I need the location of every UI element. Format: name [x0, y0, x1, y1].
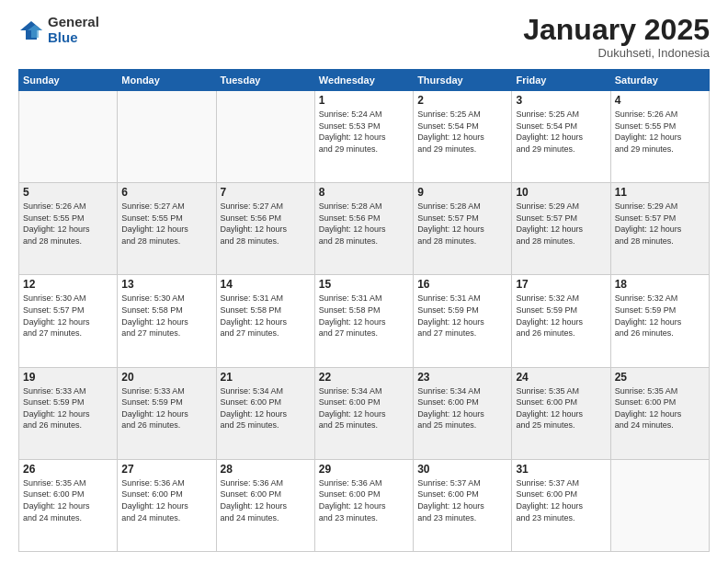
logo-blue-text: Blue: [48, 30, 99, 46]
calendar-cell: 27Sunrise: 5:36 AM Sunset: 6:00 PM Dayli…: [118, 459, 216, 551]
month-title: January 2025: [523, 15, 710, 44]
week-row-3: 19Sunrise: 5:33 AM Sunset: 5:59 PM Dayli…: [19, 367, 710, 459]
calendar-cell: 31Sunrise: 5:37 AM Sunset: 6:00 PM Dayli…: [512, 459, 610, 551]
calendar-cell: 5Sunrise: 5:26 AM Sunset: 5:55 PM Daylig…: [19, 183, 118, 275]
day-info: Sunrise: 5:36 AM Sunset: 6:00 PM Dayligh…: [221, 477, 311, 523]
day-number: 18: [615, 278, 705, 291]
calendar-cell: 24Sunrise: 5:35 AM Sunset: 6:00 PM Dayli…: [512, 367, 610, 459]
day-info: Sunrise: 5:32 AM Sunset: 5:59 PM Dayligh…: [615, 293, 705, 339]
day-number: 7: [221, 186, 311, 199]
day-number: 31: [516, 463, 606, 476]
day-number: 19: [23, 371, 113, 384]
day-info: Sunrise: 5:35 AM Sunset: 6:00 PM Dayligh…: [615, 385, 705, 431]
header-saturday: Saturday: [610, 70, 709, 91]
day-number: 22: [319, 371, 409, 384]
calendar-cell: 19Sunrise: 5:33 AM Sunset: 5:59 PM Dayli…: [19, 367, 118, 459]
day-number: 5: [23, 186, 113, 199]
day-number: 28: [221, 463, 311, 476]
calendar-cell: 29Sunrise: 5:36 AM Sunset: 6:00 PM Dayli…: [314, 459, 413, 551]
header: General Blue January 2025 Dukuhseti, Ind…: [18, 15, 710, 60]
weekday-header-row: Sunday Monday Tuesday Wednesday Thursday…: [19, 70, 710, 91]
day-number: 2: [417, 94, 507, 107]
week-row-0: 1Sunrise: 5:24 AM Sunset: 5:53 PM Daylig…: [19, 91, 710, 183]
day-info: Sunrise: 5:35 AM Sunset: 6:00 PM Dayligh…: [516, 385, 606, 431]
day-number: 21: [221, 371, 311, 384]
calendar-cell: 15Sunrise: 5:31 AM Sunset: 5:58 PM Dayli…: [314, 275, 413, 367]
day-info: Sunrise: 5:34 AM Sunset: 6:00 PM Dayligh…: [319, 385, 409, 431]
calendar-cell: [610, 459, 709, 551]
day-number: 3: [516, 94, 606, 107]
day-info: Sunrise: 5:34 AM Sunset: 6:00 PM Dayligh…: [221, 385, 311, 431]
day-number: 12: [23, 278, 113, 291]
day-number: 30: [417, 463, 507, 476]
week-row-2: 12Sunrise: 5:30 AM Sunset: 5:57 PM Dayli…: [19, 275, 710, 367]
header-thursday: Thursday: [414, 70, 512, 91]
calendar-cell: 21Sunrise: 5:34 AM Sunset: 6:00 PM Dayli…: [216, 367, 314, 459]
calendar-page: General Blue January 2025 Dukuhseti, Ind…: [0, 0, 728, 563]
day-number: 27: [121, 463, 211, 476]
calendar-cell: 13Sunrise: 5:30 AM Sunset: 5:58 PM Dayli…: [118, 275, 216, 367]
day-info: Sunrise: 5:33 AM Sunset: 5:59 PM Dayligh…: [121, 385, 211, 431]
day-number: 25: [615, 371, 705, 384]
calendar-cell: 17Sunrise: 5:32 AM Sunset: 5:59 PM Dayli…: [512, 275, 610, 367]
day-info: Sunrise: 5:27 AM Sunset: 5:56 PM Dayligh…: [221, 201, 311, 247]
day-number: 23: [417, 371, 507, 384]
day-info: Sunrise: 5:32 AM Sunset: 5:59 PM Dayligh…: [516, 293, 606, 339]
header-tuesday: Tuesday: [216, 70, 314, 91]
calendar-cell: 8Sunrise: 5:28 AM Sunset: 5:56 PM Daylig…: [314, 183, 413, 275]
day-info: Sunrise: 5:25 AM Sunset: 5:54 PM Dayligh…: [417, 109, 507, 155]
day-info: Sunrise: 5:30 AM Sunset: 5:58 PM Dayligh…: [121, 293, 211, 339]
calendar-cell: 2Sunrise: 5:25 AM Sunset: 5:54 PM Daylig…: [414, 91, 512, 183]
day-number: 17: [516, 278, 606, 291]
day-info: Sunrise: 5:35 AM Sunset: 6:00 PM Dayligh…: [23, 477, 113, 523]
calendar-cell: 9Sunrise: 5:28 AM Sunset: 5:57 PM Daylig…: [414, 183, 512, 275]
calendar-cell: 1Sunrise: 5:24 AM Sunset: 5:53 PM Daylig…: [314, 91, 413, 183]
title-area: January 2025 Dukuhseti, Indonesia: [523, 15, 710, 60]
day-info: Sunrise: 5:36 AM Sunset: 6:00 PM Dayligh…: [319, 477, 409, 523]
calendar-cell: 12Sunrise: 5:30 AM Sunset: 5:57 PM Dayli…: [19, 275, 118, 367]
header-sunday: Sunday: [19, 70, 118, 91]
day-info: Sunrise: 5:27 AM Sunset: 5:55 PM Dayligh…: [121, 201, 211, 247]
day-info: Sunrise: 5:29 AM Sunset: 5:57 PM Dayligh…: [615, 201, 705, 247]
day-info: Sunrise: 5:26 AM Sunset: 5:55 PM Dayligh…: [23, 201, 113, 247]
calendar-cell: 3Sunrise: 5:25 AM Sunset: 5:54 PM Daylig…: [512, 91, 610, 183]
day-number: 6: [121, 186, 211, 199]
location-subtitle: Dukuhseti, Indonesia: [523, 46, 710, 60]
day-number: 14: [221, 278, 311, 291]
day-info: Sunrise: 5:29 AM Sunset: 5:57 PM Dayligh…: [516, 201, 606, 247]
day-info: Sunrise: 5:25 AM Sunset: 5:54 PM Dayligh…: [516, 109, 606, 155]
calendar-cell: [19, 91, 118, 183]
day-info: Sunrise: 5:26 AM Sunset: 5:55 PM Dayligh…: [615, 109, 705, 155]
day-number: 29: [319, 463, 409, 476]
day-info: Sunrise: 5:33 AM Sunset: 5:59 PM Dayligh…: [23, 385, 113, 431]
logo: General Blue: [18, 15, 99, 45]
day-number: 24: [516, 371, 606, 384]
calendar-cell: 18Sunrise: 5:32 AM Sunset: 5:59 PM Dayli…: [610, 275, 709, 367]
day-info: Sunrise: 5:37 AM Sunset: 6:00 PM Dayligh…: [417, 477, 507, 523]
day-number: 4: [615, 94, 705, 107]
calendar-cell: 26Sunrise: 5:35 AM Sunset: 6:00 PM Dayli…: [19, 459, 118, 551]
day-info: Sunrise: 5:24 AM Sunset: 5:53 PM Dayligh…: [319, 109, 409, 155]
day-info: Sunrise: 5:31 AM Sunset: 5:58 PM Dayligh…: [221, 293, 311, 339]
day-info: Sunrise: 5:28 AM Sunset: 5:57 PM Dayligh…: [417, 201, 507, 247]
day-info: Sunrise: 5:30 AM Sunset: 5:57 PM Dayligh…: [23, 293, 113, 339]
calendar-cell: 20Sunrise: 5:33 AM Sunset: 5:59 PM Dayli…: [118, 367, 216, 459]
calendar-cell: 30Sunrise: 5:37 AM Sunset: 6:00 PM Dayli…: [414, 459, 512, 551]
logo-text: General Blue: [48, 15, 99, 45]
day-number: 20: [121, 371, 211, 384]
header-monday: Monday: [118, 70, 216, 91]
day-number: 11: [615, 186, 705, 199]
day-number: 15: [319, 278, 409, 291]
day-info: Sunrise: 5:31 AM Sunset: 5:58 PM Dayligh…: [319, 293, 409, 339]
calendar-cell: 25Sunrise: 5:35 AM Sunset: 6:00 PM Dayli…: [610, 367, 709, 459]
day-info: Sunrise: 5:34 AM Sunset: 6:00 PM Dayligh…: [417, 385, 507, 431]
day-number: 8: [319, 186, 409, 199]
header-friday: Friday: [512, 70, 610, 91]
calendar-cell: 4Sunrise: 5:26 AM Sunset: 5:55 PM Daylig…: [610, 91, 709, 183]
day-number: 16: [417, 278, 507, 291]
week-row-1: 5Sunrise: 5:26 AM Sunset: 5:55 PM Daylig…: [19, 183, 710, 275]
calendar-cell: [118, 91, 216, 183]
calendar-cell: 6Sunrise: 5:27 AM Sunset: 5:55 PM Daylig…: [118, 183, 216, 275]
day-info: Sunrise: 5:37 AM Sunset: 6:00 PM Dayligh…: [516, 477, 606, 523]
calendar-cell: 16Sunrise: 5:31 AM Sunset: 5:59 PM Dayli…: [414, 275, 512, 367]
